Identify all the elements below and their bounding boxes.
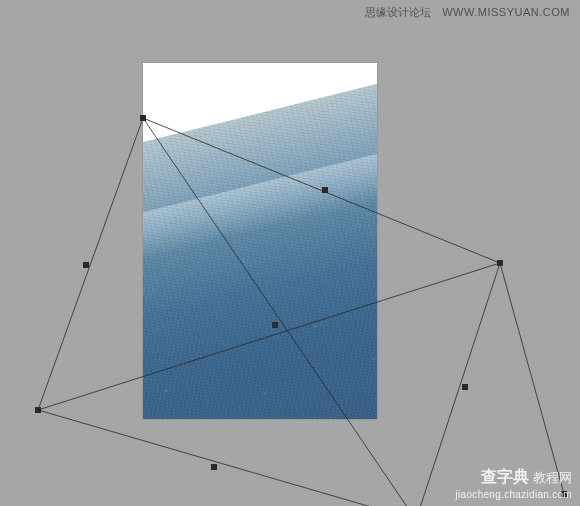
watermark-bottom-sub: 教程网 <box>533 470 572 485</box>
rotation-arm <box>500 263 564 494</box>
transform-handle-tr-icon[interactable] <box>497 260 503 266</box>
watermark-bottom-url: jiaocheng.chazidian.com <box>456 489 572 500</box>
transform-handle-left-mid-icon[interactable] <box>83 262 89 268</box>
transform-handle-right-mid-icon[interactable] <box>462 384 468 390</box>
transform-handle-bl-icon[interactable] <box>35 407 41 413</box>
transform-handle-top-mid-icon[interactable] <box>322 187 328 193</box>
document-canvas[interactable] <box>143 63 377 419</box>
watermark-top-url: WWW.MISSYUAN.COM <box>442 6 570 18</box>
watermark-top-cn: 思缘设计论坛 <box>365 6 431 18</box>
transform-center-pivot-icon[interactable] <box>272 322 278 328</box>
watermark-bottom-brand: 查字典 <box>481 468 529 485</box>
watermark-top: 思缘设计论坛 WWW.MISSYUAN.COM <box>365 5 570 20</box>
placed-image-cityscape[interactable] <box>143 78 377 419</box>
transform-handle-bottom-mid-icon[interactable] <box>211 464 217 470</box>
transform-handle-tl-icon[interactable] <box>140 115 146 121</box>
watermark-bottom: 查字典教程网 jiaocheng.chazidian.com <box>456 467 572 500</box>
